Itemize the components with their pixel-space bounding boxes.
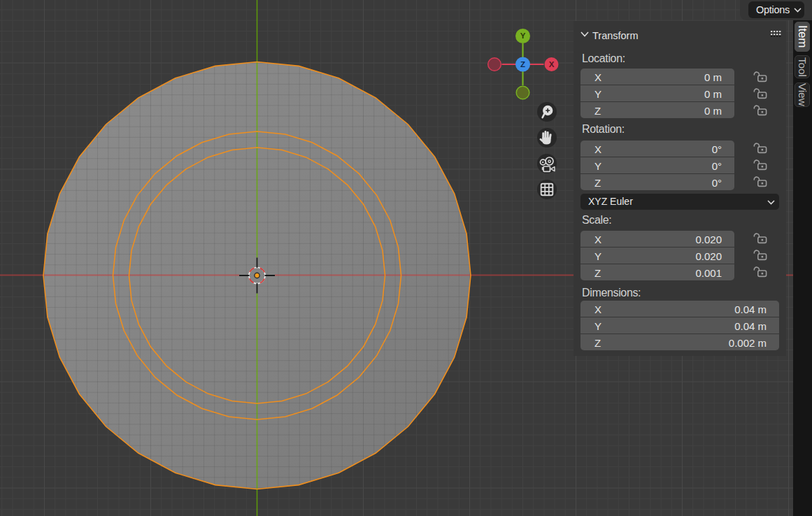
svg-text:Z: Z bbox=[520, 60, 525, 69]
svg-text:X: X bbox=[549, 60, 555, 69]
svg-text:Y: Y bbox=[520, 31, 526, 40]
